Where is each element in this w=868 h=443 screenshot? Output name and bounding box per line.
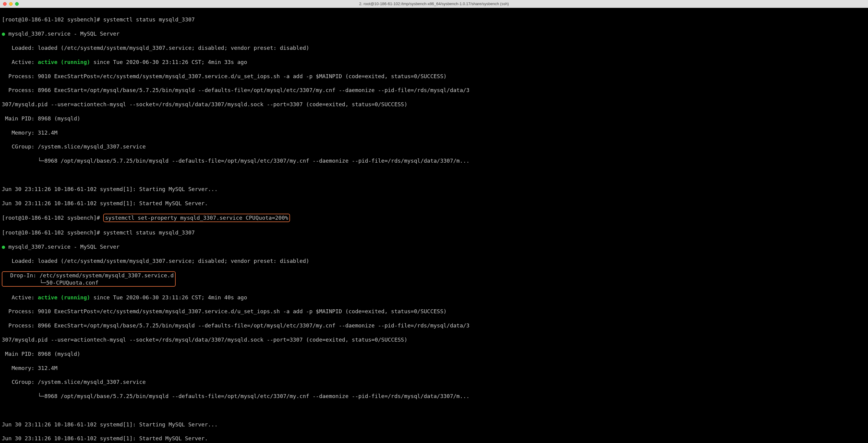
loaded-line: Loaded: loaded (/etc/systemd/system/mysq… xyxy=(2,44,866,51)
process-line-1: Process: 9010 ExecStartPost=/etc/systemd… xyxy=(2,308,866,315)
terminal-output[interactable]: [root@10-186-61-102 sysbench]# systemctl… xyxy=(0,8,868,443)
log-line-2: Jun 30 23:11:26 10-186-61-102 systemd[1]… xyxy=(2,435,866,442)
active-since: since Tue 2020-06-30 23:11:26 CST; 4min … xyxy=(90,59,247,65)
process-line-2b: 307/mysqld.pid --user=actiontech-mysql -… xyxy=(2,101,866,108)
status-dot-icon: ● xyxy=(2,30,8,37)
titlebar: 2. root@10-186-61-102:/tmp/sysbench-x86_… xyxy=(0,0,868,8)
process-line-2b: 307/mysqld.pid --user=actiontech-mysql -… xyxy=(2,336,866,343)
cgroup-line: CGroup: /system.slice/mysqld_3307.servic… xyxy=(2,378,866,385)
minimize-icon[interactable] xyxy=(9,2,13,6)
mainpid-line: Main PID: 8968 (mysqld) xyxy=(2,350,866,357)
active-value: active (running) xyxy=(38,294,90,300)
prompt: [root@10-186-61-102 sysbench]# xyxy=(2,229,103,236)
command-setproperty: systemctl set-property mysqld_3307.servi… xyxy=(105,215,288,221)
highlight-box: Drop-In: /etc/systemd/system/mysqld_3307… xyxy=(2,271,176,287)
service-header: mysqld_3307.service - MySQL Server xyxy=(8,30,120,37)
mainpid-line: Main PID: 8968 (mysqld) xyxy=(2,115,866,122)
cgroup-line-2: └─8968 /opt/mysql/base/5.7.25/bin/mysqld… xyxy=(2,157,866,164)
prompt: [root@10-186-61-102 sysbench]# xyxy=(2,215,103,221)
log-line-1: Jun 30 23:11:26 10-186-61-102 systemd[1]… xyxy=(2,421,866,428)
prompt: [root@10-186-61-102 sysbench]# xyxy=(2,16,103,23)
zoom-icon[interactable] xyxy=(15,2,19,6)
cgroup-line: CGroup: /system.slice/mysqld_3307.servic… xyxy=(2,143,866,150)
memory-line: Memory: 312.4M xyxy=(2,129,866,136)
status-dot-icon: ● xyxy=(2,244,8,250)
process-line-1: Process: 9010 ExecStartPost=/etc/systemd… xyxy=(2,73,866,80)
process-line-2a: Process: 8966 ExecStart=/opt/mysql/base/… xyxy=(2,87,866,94)
process-line-2a: Process: 8966 ExecStart=/opt/mysql/base/… xyxy=(2,322,866,329)
log-line-2: Jun 30 23:11:26 10-186-61-102 systemd[1]… xyxy=(2,200,866,207)
window-title: 2. root@10-186-61-102:/tmp/sysbench-x86_… xyxy=(359,1,509,7)
traffic-lights xyxy=(3,2,19,6)
service-header: mysqld_3307.service - MySQL Server xyxy=(8,244,120,250)
active-since: since Tue 2020-06-30 23:11:26 CST; 4min … xyxy=(90,294,247,300)
highlight-box: systemctl set-property mysqld_3307.servi… xyxy=(103,214,290,222)
command-status-2: systemctl status mysqld_3307 xyxy=(103,229,195,236)
cgroup-line-2: └─8968 /opt/mysql/base/5.7.25/bin/mysqld… xyxy=(2,392,866,400)
command-status-1: systemctl status mysqld_3307 xyxy=(103,16,195,23)
dropin-line-2: └─50-CPUQuota.conf xyxy=(4,279,98,286)
active-label: Active: xyxy=(2,294,38,300)
active-value: active (running) xyxy=(38,59,90,65)
loaded-line: Loaded: loaded (/etc/systemd/system/mysq… xyxy=(2,257,866,264)
log-line-1: Jun 30 23:11:26 10-186-61-102 systemd[1]… xyxy=(2,186,866,193)
dropin-line-1: Drop-In: /etc/systemd/system/mysqld_3307… xyxy=(4,272,174,279)
close-icon[interactable] xyxy=(3,2,7,6)
active-label: Active: xyxy=(2,59,38,65)
memory-line: Memory: 312.4M xyxy=(2,365,866,372)
